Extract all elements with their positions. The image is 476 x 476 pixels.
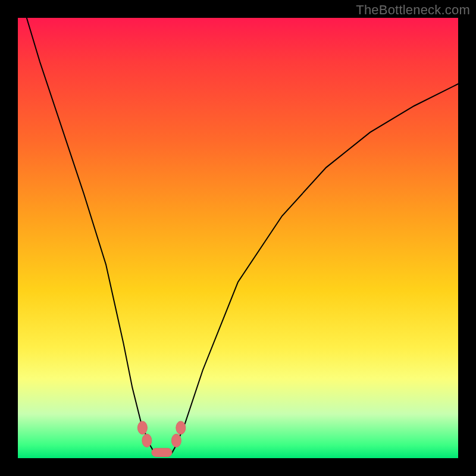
chart-svg xyxy=(18,18,458,458)
left-lower-dot-marker xyxy=(142,434,152,447)
trough-bar xyxy=(152,448,172,456)
watermark-text: TheBottleneck.com xyxy=(356,2,470,18)
chart-plot-area xyxy=(18,18,458,458)
bottleneck-curve xyxy=(27,18,458,455)
left-upper-dot-marker xyxy=(137,421,147,434)
right-upper-dot-marker xyxy=(176,421,186,434)
right-lower-dot-marker xyxy=(171,434,181,447)
chart-frame: TheBottleneck.com xyxy=(0,0,476,476)
